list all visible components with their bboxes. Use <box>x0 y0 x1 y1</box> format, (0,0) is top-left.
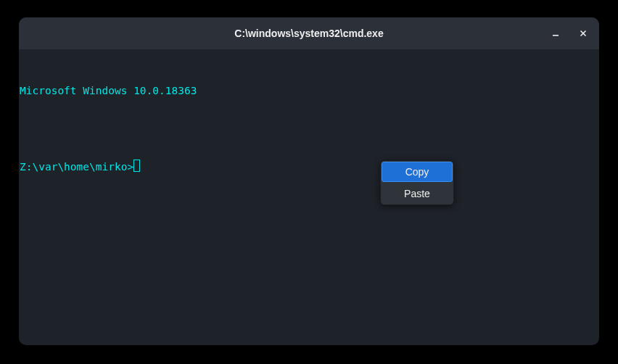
window-controls <box>547 17 592 49</box>
close-button[interactable] <box>574 25 592 42</box>
cursor <box>133 160 140 172</box>
terminal-output[interactable]: Microsoft Windows 10.0.18363 Z:\var\home… <box>19 49 599 345</box>
minimize-icon <box>552 30 559 37</box>
terminal-window: C:\windows\system32\cmd.exe Microsoft Wi… <box>19 17 599 345</box>
menu-item-paste[interactable]: Paste <box>381 183 453 204</box>
terminal-line: Microsoft Windows 10.0.18363 <box>19 83 599 99</box>
minimize-button[interactable] <box>547 25 564 42</box>
menu-item-copy[interactable]: Copy <box>382 162 453 182</box>
prompt-text: Z:\var\home\mirko> <box>20 161 133 173</box>
titlebar[interactable]: C:\windows\system32\cmd.exe <box>19 17 599 49</box>
prompt-line: Z:\var\home\mirko> <box>19 160 599 175</box>
svg-rect-0 <box>553 35 559 36</box>
context-menu: Copy Paste <box>380 160 454 205</box>
close-icon <box>580 30 587 37</box>
window-title: C:\windows\system32\cmd.exe <box>234 28 383 39</box>
